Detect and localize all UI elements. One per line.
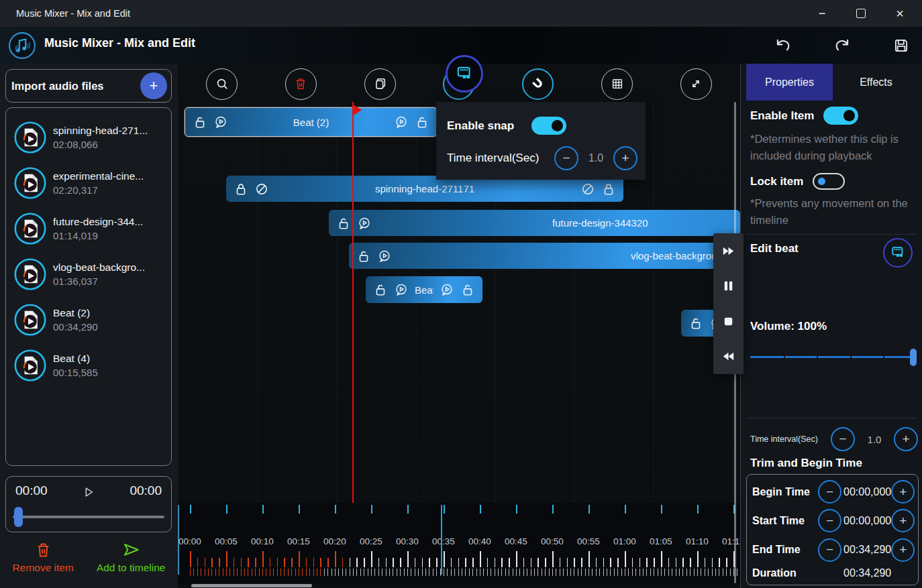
- file-item[interactable]: future-design-344...01:14,019: [6, 206, 171, 251]
- ruler-sub-tick: [668, 569, 669, 576]
- file-item[interactable]: Beat (2)00:34,290: [6, 297, 171, 343]
- play-bubble-icon[interactable]: [440, 282, 454, 297]
- lock-open-icon[interactable]: [415, 115, 429, 129]
- edit-beat-mode-button[interactable]: [446, 55, 483, 93]
- grid-button[interactable]: [601, 68, 633, 100]
- file-duration: 01:14,019: [53, 230, 143, 241]
- close-button[interactable]: ×: [894, 7, 906, 19]
- ruler-sub-tick: [266, 569, 266, 576]
- play-bubble-icon[interactable]: [213, 115, 228, 129]
- player-seek-thumb[interactable]: [14, 507, 23, 527]
- enable-item-toggle[interactable]: [823, 107, 858, 125]
- ruler-sub-tick: [201, 569, 201, 576]
- file-item[interactable]: Beat (4)00:15,585: [6, 343, 171, 388]
- tab-effects[interactable]: Effects: [833, 64, 919, 101]
- ruler-sub-tick: [661, 569, 662, 576]
- ruler-minor-tick: [646, 558, 648, 567]
- timeline-clip[interactable]: Beat (4): [366, 276, 482, 303]
- volume-slider[interactable]: [750, 348, 917, 367]
- search-button[interactable]: [206, 68, 238, 100]
- play-bubble-icon[interactable]: [377, 249, 392, 263]
- file-duration: 00:15,585: [53, 367, 98, 378]
- panel-interval-minus-button[interactable]: −: [831, 427, 855, 451]
- volume-label: Volume: 100%: [750, 320, 827, 333]
- ruler-minor-tick: [234, 558, 235, 567]
- divider: [746, 234, 917, 235]
- ruler-sub-tick: [451, 569, 452, 576]
- lock-open-icon[interactable]: [193, 115, 207, 129]
- slash-icon[interactable]: [580, 182, 595, 196]
- lock-open-icon[interactable]: [356, 249, 371, 263]
- ruler-sub-tick: [324, 569, 325, 576]
- volume-thumb[interactable]: [910, 349, 917, 366]
- rewind-button[interactable]: [713, 339, 744, 375]
- ruler-sub-tick: [682, 569, 683, 576]
- add-to-timeline-button[interactable]: Add to timeline: [97, 541, 166, 574]
- red-playhead-line[interactable]: [352, 102, 354, 503]
- fast-forward-button[interactable]: [713, 233, 744, 269]
- save-button[interactable]: [892, 37, 910, 54]
- ruler-minor-tick: [531, 558, 532, 567]
- ruler-sub-tick: [400, 569, 401, 576]
- snap-interval-plus-button[interactable]: +: [613, 146, 637, 170]
- enable-snap-toggle[interactable]: [531, 117, 566, 135]
- ruler-sub-tick: [205, 569, 205, 576]
- timeline-clip[interactable]: Beat (2): [185, 107, 438, 137]
- add-audio-file-button[interactable]: +: [140, 72, 167, 99]
- horizontal-scrollbar[interactable]: [191, 584, 312, 587]
- delete-button[interactable]: [285, 68, 317, 100]
- ruler-sub-tick: [592, 569, 593, 576]
- remove-item-label: Remove item: [13, 562, 74, 574]
- ruler-sub-tick: [552, 569, 553, 576]
- red-playhead-handle[interactable]: [352, 104, 362, 116]
- file-item[interactable]: vlog-beat-backgro...01:36,037: [6, 251, 171, 297]
- file-item[interactable]: experimental-cine...02:20,317: [6, 160, 171, 206]
- maximize-button[interactable]: [855, 7, 867, 19]
- snap-magnet-button[interactable]: [522, 68, 554, 100]
- timeline-clip[interactable]: vlog-beat-background: [349, 243, 740, 269]
- trim-minus-button[interactable]: −: [818, 538, 841, 562]
- ruler-sub-tick: [320, 569, 321, 576]
- play-bubble-icon[interactable]: [394, 115, 409, 129]
- trim-plus-button[interactable]: +: [891, 480, 915, 504]
- stop-button[interactable]: [713, 304, 744, 339]
- trim-plus-button[interactable]: +: [891, 509, 915, 532]
- ruler-sub-tick: [701, 569, 701, 576]
- tab-properties[interactable]: Properties: [746, 64, 833, 101]
- file-item[interactable]: spinning-head-271...02:08,066: [6, 115, 171, 160]
- expand-button[interactable]: [680, 68, 712, 100]
- ruler-sub-tick: [625, 569, 625, 576]
- ruler-sub-tick: [360, 569, 361, 576]
- player-play-button[interactable]: [81, 485, 96, 499]
- ruler-sub-tick: [237, 569, 238, 576]
- timeline-clip[interactable]: future-design-344320: [329, 210, 740, 236]
- player-seek-slider[interactable]: [13, 516, 164, 518]
- slash-icon[interactable]: [254, 182, 269, 196]
- lock-closed-icon[interactable]: [234, 182, 248, 196]
- lock-closed-icon[interactable]: [601, 182, 616, 196]
- remove-item-button[interactable]: Remove item: [13, 541, 74, 574]
- snap-interval-minus-button[interactable]: −: [554, 146, 578, 170]
- undo-button[interactable]: [774, 37, 792, 54]
- lock-open-icon[interactable]: [373, 282, 388, 297]
- lock-open-icon[interactable]: [336, 216, 351, 231]
- copy-button[interactable]: [364, 68, 396, 100]
- play-bubble-icon[interactable]: [394, 282, 409, 297]
- ruler-sub-tick: [617, 569, 618, 576]
- minimize-button[interactable]: −: [816, 7, 828, 19]
- lock-item-toggle[interactable]: [813, 173, 845, 190]
- ruler-sub-tick: [621, 569, 622, 576]
- panel-interval-plus-button[interactable]: +: [894, 427, 918, 451]
- trim-minus-button[interactable]: −: [818, 509, 841, 532]
- trim-minus-button[interactable]: −: [818, 480, 841, 504]
- redo-button[interactable]: [833, 37, 851, 54]
- trim-plus-button[interactable]: +: [891, 538, 915, 562]
- ruler-sub-tick: [458, 569, 459, 576]
- ruler-sub-tick: [313, 569, 314, 576]
- lock-open-icon[interactable]: [460, 282, 475, 297]
- play-bubble-icon[interactable]: [357, 216, 372, 231]
- lock-open-icon[interactable]: [688, 316, 703, 331]
- edit-beat-button[interactable]: [883, 238, 913, 268]
- pause-button[interactable]: [713, 269, 744, 304]
- timeline-ruler[interactable]: 00:0000:0500:1000:1500:2000:2500:3000:35…: [178, 503, 740, 585]
